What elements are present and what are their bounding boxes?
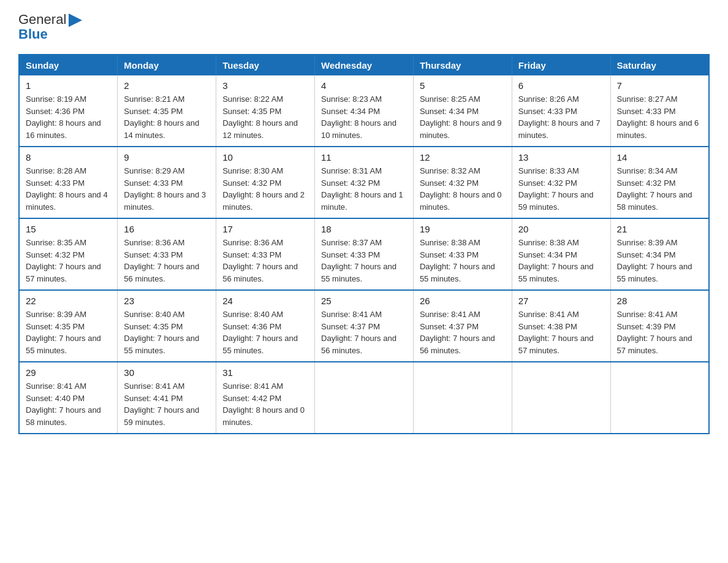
- logo-blue-text: Blue: [18, 27, 66, 42]
- calendar-cell: 14 Sunrise: 8:34 AM Sunset: 4:32 PM Dayl…: [610, 147, 709, 218]
- calendar-header-row: SundayMondayTuesdayWednesdayThursdayFrid…: [19, 55, 709, 75]
- day-info: Sunrise: 8:41 AM Sunset: 4:42 PM Dayligh…: [222, 380, 308, 428]
- calendar-table: SundayMondayTuesdayWednesdayThursdayFrid…: [18, 54, 710, 434]
- calendar-cell: 30 Sunrise: 8:41 AM Sunset: 4:41 PM Dayl…: [118, 362, 216, 434]
- header-tuesday: Tuesday: [216, 55, 315, 75]
- calendar-cell: 3 Sunrise: 8:22 AM Sunset: 4:35 PM Dayli…: [216, 75, 315, 147]
- day-number: 9: [124, 152, 210, 163]
- day-info: Sunrise: 8:39 AM Sunset: 4:34 PM Dayligh…: [617, 237, 702, 285]
- day-number: 27: [518, 296, 604, 306]
- day-number: 8: [26, 152, 111, 163]
- calendar-cell: 25 Sunrise: 8:41 AM Sunset: 4:37 PM Dayl…: [315, 290, 414, 362]
- day-info: Sunrise: 8:31 AM Sunset: 4:32 PM Dayligh…: [321, 165, 407, 213]
- calendar-cell: 2 Sunrise: 8:21 AM Sunset: 4:35 PM Dayli…: [118, 75, 216, 147]
- calendar-cell: [413, 362, 512, 434]
- calendar-cell: 20 Sunrise: 8:38 AM Sunset: 4:34 PM Dayl…: [512, 218, 610, 290]
- calendar-cell: 21 Sunrise: 8:39 AM Sunset: 4:34 PM Dayl…: [610, 218, 709, 290]
- day-info: Sunrise: 8:23 AM Sunset: 4:34 PM Dayligh…: [321, 93, 407, 141]
- week-row-3: 15 Sunrise: 8:35 AM Sunset: 4:32 PM Dayl…: [19, 218, 709, 290]
- day-info: Sunrise: 8:34 AM Sunset: 4:32 PM Dayligh…: [617, 165, 702, 213]
- calendar-cell: 27 Sunrise: 8:41 AM Sunset: 4:38 PM Dayl…: [512, 290, 610, 362]
- day-number: 12: [420, 152, 506, 163]
- day-info: Sunrise: 8:41 AM Sunset: 4:37 PM Dayligh…: [420, 308, 506, 356]
- day-info: Sunrise: 8:19 AM Sunset: 4:36 PM Dayligh…: [26, 93, 111, 141]
- calendar-cell: 31 Sunrise: 8:41 AM Sunset: 4:42 PM Dayl…: [216, 362, 315, 434]
- svg-marker-0: [69, 13, 82, 27]
- calendar-cell: [512, 362, 610, 434]
- week-row-1: 1 Sunrise: 8:19 AM Sunset: 4:36 PM Dayli…: [19, 75, 709, 147]
- header-sunday: Sunday: [19, 55, 118, 75]
- day-info: Sunrise: 8:21 AM Sunset: 4:35 PM Dayligh…: [124, 93, 210, 141]
- day-number: 19: [420, 224, 506, 234]
- calendar-cell: 28 Sunrise: 8:41 AM Sunset: 4:39 PM Dayl…: [610, 290, 709, 362]
- day-info: Sunrise: 8:28 AM Sunset: 4:33 PM Dayligh…: [26, 165, 111, 213]
- day-number: 1: [26, 80, 111, 91]
- day-info: Sunrise: 8:35 AM Sunset: 4:32 PM Dayligh…: [26, 237, 111, 285]
- day-info: Sunrise: 8:41 AM Sunset: 4:38 PM Dayligh…: [518, 308, 604, 356]
- day-number: 25: [321, 296, 407, 306]
- day-number: 24: [222, 296, 308, 306]
- calendar-cell: 22 Sunrise: 8:39 AM Sunset: 4:35 PM Dayl…: [19, 290, 118, 362]
- day-info: Sunrise: 8:22 AM Sunset: 4:35 PM Dayligh…: [222, 93, 308, 141]
- day-number: 4: [321, 80, 407, 91]
- day-number: 3: [222, 80, 308, 91]
- day-info: Sunrise: 8:29 AM Sunset: 4:33 PM Dayligh…: [124, 165, 210, 213]
- calendar-cell: 12 Sunrise: 8:32 AM Sunset: 4:32 PM Dayl…: [413, 147, 512, 218]
- day-number: 18: [321, 224, 407, 234]
- day-number: 23: [124, 296, 210, 306]
- day-info: Sunrise: 8:40 AM Sunset: 4:35 PM Dayligh…: [124, 308, 210, 356]
- day-info: Sunrise: 8:37 AM Sunset: 4:33 PM Dayligh…: [321, 237, 407, 285]
- day-info: Sunrise: 8:38 AM Sunset: 4:34 PM Dayligh…: [518, 237, 604, 285]
- day-number: 28: [617, 296, 702, 306]
- day-info: Sunrise: 8:40 AM Sunset: 4:36 PM Dayligh…: [222, 308, 308, 356]
- day-number: 14: [617, 152, 702, 163]
- calendar-cell: 4 Sunrise: 8:23 AM Sunset: 4:34 PM Dayli…: [315, 75, 414, 147]
- day-number: 7: [617, 80, 702, 91]
- logo: General Blue: [18, 12, 82, 42]
- logo-arrow-icon: [69, 13, 82, 27]
- day-info: Sunrise: 8:36 AM Sunset: 4:33 PM Dayligh…: [124, 237, 210, 285]
- day-number: 21: [617, 224, 702, 234]
- calendar-cell: 16 Sunrise: 8:36 AM Sunset: 4:33 PM Dayl…: [118, 218, 216, 290]
- header-thursday: Thursday: [413, 55, 512, 75]
- calendar-cell: 10 Sunrise: 8:30 AM Sunset: 4:32 PM Dayl…: [216, 147, 315, 218]
- calendar-cell: 24 Sunrise: 8:40 AM Sunset: 4:36 PM Dayl…: [216, 290, 315, 362]
- day-number: 22: [26, 296, 111, 306]
- day-info: Sunrise: 8:38 AM Sunset: 4:33 PM Dayligh…: [420, 237, 506, 285]
- logo-combined: General Blue: [18, 12, 82, 42]
- week-row-4: 22 Sunrise: 8:39 AM Sunset: 4:35 PM Dayl…: [19, 290, 709, 362]
- calendar-cell: 5 Sunrise: 8:25 AM Sunset: 4:34 PM Dayli…: [413, 75, 512, 147]
- header-friday: Friday: [512, 55, 610, 75]
- day-number: 17: [222, 224, 308, 234]
- day-number: 11: [321, 152, 407, 163]
- day-number: 5: [420, 80, 506, 91]
- day-info: Sunrise: 8:27 AM Sunset: 4:33 PM Dayligh…: [617, 93, 702, 141]
- day-info: Sunrise: 8:41 AM Sunset: 4:41 PM Dayligh…: [124, 380, 210, 428]
- calendar-cell: 17 Sunrise: 8:36 AM Sunset: 4:33 PM Dayl…: [216, 218, 315, 290]
- day-info: Sunrise: 8:33 AM Sunset: 4:32 PM Dayligh…: [518, 165, 604, 213]
- day-number: 15: [26, 224, 111, 234]
- day-info: Sunrise: 8:30 AM Sunset: 4:32 PM Dayligh…: [222, 165, 308, 213]
- calendar-cell: [315, 362, 414, 434]
- header-wednesday: Wednesday: [315, 55, 414, 75]
- header-saturday: Saturday: [610, 55, 709, 75]
- day-info: Sunrise: 8:32 AM Sunset: 4:32 PM Dayligh…: [420, 165, 506, 213]
- calendar-cell: 7 Sunrise: 8:27 AM Sunset: 4:33 PM Dayli…: [610, 75, 709, 147]
- day-number: 16: [124, 224, 210, 234]
- calendar-cell: 29 Sunrise: 8:41 AM Sunset: 4:40 PM Dayl…: [19, 362, 118, 434]
- day-number: 30: [124, 367, 210, 378]
- page-header: General Blue: [18, 12, 710, 42]
- calendar-cell: 6 Sunrise: 8:26 AM Sunset: 4:33 PM Dayli…: [512, 75, 610, 147]
- day-number: 10: [222, 152, 308, 163]
- calendar-cell: 13 Sunrise: 8:33 AM Sunset: 4:32 PM Dayl…: [512, 147, 610, 218]
- day-info: Sunrise: 8:25 AM Sunset: 4:34 PM Dayligh…: [420, 93, 506, 141]
- calendar-cell: 18 Sunrise: 8:37 AM Sunset: 4:33 PM Dayl…: [315, 218, 414, 290]
- day-info: Sunrise: 8:41 AM Sunset: 4:40 PM Dayligh…: [26, 380, 111, 428]
- day-number: 29: [26, 367, 111, 378]
- day-info: Sunrise: 8:26 AM Sunset: 4:33 PM Dayligh…: [518, 93, 604, 141]
- calendar-cell: [610, 362, 709, 434]
- day-info: Sunrise: 8:39 AM Sunset: 4:35 PM Dayligh…: [26, 308, 111, 356]
- day-info: Sunrise: 8:41 AM Sunset: 4:37 PM Dayligh…: [321, 308, 407, 356]
- day-number: 26: [420, 296, 506, 306]
- day-number: 20: [518, 224, 604, 234]
